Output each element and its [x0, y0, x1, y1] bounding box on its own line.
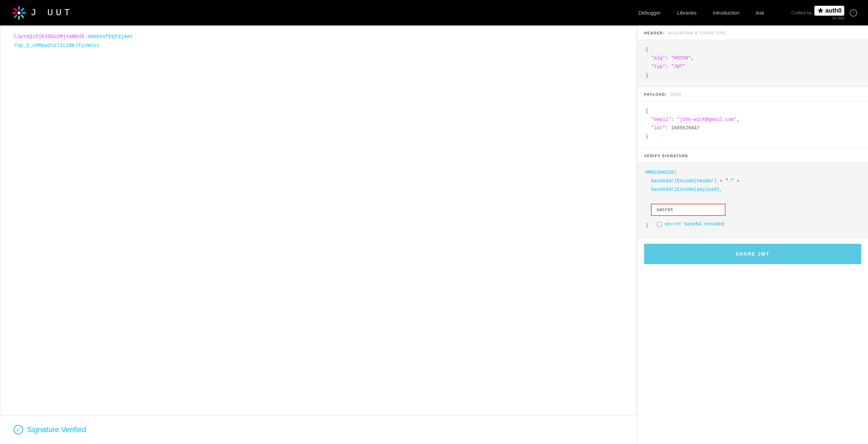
payload-section-header: PAYLOAD: DATA: [637, 87, 868, 101]
svg-rect-3: [22, 12, 26, 14]
svg-rect-2: [20, 7, 24, 12]
svg-rect-5: [18, 16, 20, 20]
token-part1-line2: 4mbbXVfEQfdjAmt: [87, 34, 133, 40]
logo: J UUT: [11, 5, 73, 21]
auth0-text: auth0: [825, 7, 842, 14]
left-panel: CJpYXQiOjE2ODU2MjY4NDd9.4mbbXVfEQfdjAmt …: [0, 25, 637, 444]
base64-checkbox[interactable]: [657, 222, 662, 227]
svg-rect-8: [18, 12, 20, 14]
header-subtitle: ALGORITHM & TOKEN TYPE: [668, 31, 726, 35]
svg-marker-9: [817, 7, 824, 13]
main-content: CJpYXQiOjE2ODU2MjY4NDd9.4mbbXVfEQfdjAmt …: [0, 25, 868, 444]
nav-ask[interactable]: Ask: [756, 10, 764, 16]
header-title: HEADER:: [644, 31, 665, 35]
payload-body: { "email": "john-wick@gmail.com", "iat":…: [637, 101, 868, 148]
svg-rect-0: [14, 7, 18, 12]
nav-debugger[interactable]: Debugger: [638, 10, 661, 16]
signature-verified-section: ✓ Signature Verified: [0, 415, 637, 444]
auth0-icon: [817, 7, 824, 14]
svg-rect-7: [12, 12, 16, 14]
email-value: "john-wick@gmail.com": [677, 117, 736, 122]
header-section-header: HEADER: ALGORITHM & TOKEN TYPE: [637, 25, 868, 40]
jwt-logo-icon: [11, 5, 27, 21]
by-okta-text: by Okta: [833, 16, 844, 20]
share-jwt-button[interactable]: SHARE JWT: [644, 244, 861, 264]
share-button-container: SHARE JWT: [637, 238, 868, 270]
iat-value: 1685626847: [671, 125, 700, 131]
typ-key: "typ": [651, 64, 666, 69]
payload-section: PAYLOAD: DATA { "email": "john-wick@gmai…: [637, 87, 868, 148]
token-part1-line3: 7op_Z_xHMpw2nzIIci0KJfyxWnxs: [14, 43, 99, 49]
checkbox-label: secret base64 encoded: [664, 220, 724, 228]
logo-text: J UUT: [31, 7, 73, 18]
typ-value: "JWT": [671, 64, 686, 69]
right-panel: HEADER: ALGORITHM & TOKEN TYPE { "alg": …: [637, 25, 868, 444]
iat-key: "iat": [651, 125, 666, 131]
nav-libraries[interactable]: Libraries: [677, 10, 697, 16]
nav-introduction[interactable]: Introduction: [713, 10, 739, 16]
alg-value: "HS256": [671, 55, 691, 61]
base64-header: base64UrlEncode(header): [651, 178, 717, 184]
crafted-by-section: Crafted by auth0 by Okta ?: [791, 6, 857, 20]
verify-section: VERIFY SIGNATURE HMACSHA256( base64UrlEn…: [637, 148, 868, 239]
auth0-badge: auth0: [814, 6, 844, 16]
payload-title: PAYLOAD:: [644, 92, 667, 96]
checkbox-row: secret base64 encoded: [657, 220, 724, 228]
verify-section-header: VERIFY SIGNATURE: [637, 148, 868, 163]
signature-verified-text: Signature Verified: [27, 425, 86, 434]
crafted-by-text: Crafted by: [791, 10, 812, 15]
check-circle-icon: ✓: [14, 425, 23, 434]
verify-title: VERIFY SIGNATURE: [644, 154, 689, 158]
email-key: "email": [651, 117, 671, 122]
alg-key: "alg": [651, 55, 666, 61]
help-icon[interactable]: ?: [850, 9, 857, 17]
hmac-func: HMACSHA256(: [645, 170, 677, 175]
secret-input[interactable]: [651, 204, 726, 216]
auth0-logo: auth0 by Okta: [814, 6, 844, 20]
navbar: J UUT Debugger Libraries Introduction As…: [0, 0, 868, 25]
svg-rect-6: [14, 14, 18, 18]
secret-input-container: [651, 204, 860, 216]
header-body: { "alg": "HS256", "typ": "JWT" }: [637, 40, 868, 87]
svg-rect-4: [20, 14, 24, 18]
token-part1-line1: CJpYXQiOjE2ODU2MjY4NDd9.: [14, 34, 87, 40]
token-display: CJpYXQiOjE2ODU2MjY4NDd9.4mbbXVfEQfdjAmt …: [0, 25, 637, 415]
nav-links: Debugger Libraries Introduction Ask: [638, 10, 764, 16]
payload-subtitle: DATA: [671, 92, 681, 96]
header-section: HEADER: ALGORITHM & TOKEN TYPE { "alg": …: [637, 25, 868, 87]
base64-payload: base64UrlEncode(payload),: [651, 187, 722, 192]
svg-rect-1: [18, 6, 20, 10]
verify-body: HMACSHA256( base64UrlEncode(header) + ".…: [637, 163, 868, 238]
